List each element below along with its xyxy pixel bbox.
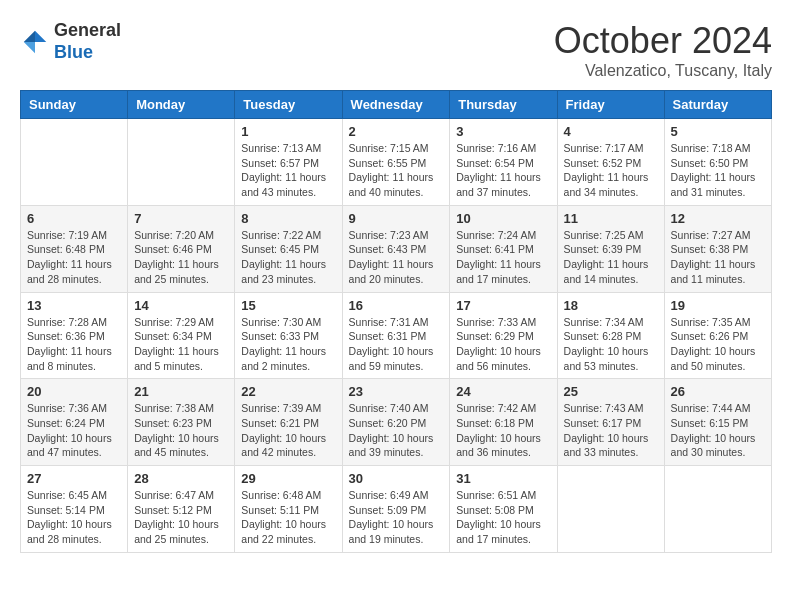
cell-content: Sunrise: 7:23 AMSunset: 6:43 PMDaylight:… [349, 228, 444, 287]
calendar-week-row: 1Sunrise: 7:13 AMSunset: 6:57 PMDaylight… [21, 119, 772, 206]
cell-content: Sunrise: 6:47 AMSunset: 5:12 PMDaylight:… [134, 488, 228, 547]
cell-content: Sunrise: 7:35 AMSunset: 6:26 PMDaylight:… [671, 315, 765, 374]
calendar-cell: 25Sunrise: 7:43 AMSunset: 6:17 PMDayligh… [557, 379, 664, 466]
day-number: 18 [564, 298, 658, 313]
day-number: 4 [564, 124, 658, 139]
day-number: 15 [241, 298, 335, 313]
cell-content: Sunrise: 6:49 AMSunset: 5:09 PMDaylight:… [349, 488, 444, 547]
calendar-cell: 17Sunrise: 7:33 AMSunset: 6:29 PMDayligh… [450, 292, 557, 379]
svg-marker-1 [24, 30, 35, 41]
calendar-cell: 5Sunrise: 7:18 AMSunset: 6:50 PMDaylight… [664, 119, 771, 206]
cell-content: Sunrise: 7:39 AMSunset: 6:21 PMDaylight:… [241, 401, 335, 460]
calendar-week-row: 13Sunrise: 7:28 AMSunset: 6:36 PMDayligh… [21, 292, 772, 379]
cell-content: Sunrise: 7:44 AMSunset: 6:15 PMDaylight:… [671, 401, 765, 460]
calendar-cell: 13Sunrise: 7:28 AMSunset: 6:36 PMDayligh… [21, 292, 128, 379]
cell-content: Sunrise: 7:20 AMSunset: 6:46 PMDaylight:… [134, 228, 228, 287]
day-number: 7 [134, 211, 228, 226]
weekday-header: Friday [557, 91, 664, 119]
weekday-header: Sunday [21, 91, 128, 119]
day-number: 6 [27, 211, 121, 226]
calendar-cell [21, 119, 128, 206]
day-number: 27 [27, 471, 121, 486]
cell-content: Sunrise: 7:22 AMSunset: 6:45 PMDaylight:… [241, 228, 335, 287]
calendar-cell: 24Sunrise: 7:42 AMSunset: 6:18 PMDayligh… [450, 379, 557, 466]
day-number: 20 [27, 384, 121, 399]
day-number: 14 [134, 298, 228, 313]
calendar-cell: 8Sunrise: 7:22 AMSunset: 6:45 PMDaylight… [235, 205, 342, 292]
cell-content: Sunrise: 7:36 AMSunset: 6:24 PMDaylight:… [27, 401, 121, 460]
day-number: 26 [671, 384, 765, 399]
cell-content: Sunrise: 7:16 AMSunset: 6:54 PMDaylight:… [456, 141, 550, 200]
cell-content: Sunrise: 7:34 AMSunset: 6:28 PMDaylight:… [564, 315, 658, 374]
calendar-cell: 26Sunrise: 7:44 AMSunset: 6:15 PMDayligh… [664, 379, 771, 466]
cell-content: Sunrise: 7:38 AMSunset: 6:23 PMDaylight:… [134, 401, 228, 460]
logo-icon [20, 27, 50, 57]
cell-content: Sunrise: 7:29 AMSunset: 6:34 PMDaylight:… [134, 315, 228, 374]
calendar-cell: 11Sunrise: 7:25 AMSunset: 6:39 PMDayligh… [557, 205, 664, 292]
calendar-week-row: 20Sunrise: 7:36 AMSunset: 6:24 PMDayligh… [21, 379, 772, 466]
day-number: 13 [27, 298, 121, 313]
calendar-cell [664, 466, 771, 553]
cell-content: Sunrise: 7:28 AMSunset: 6:36 PMDaylight:… [27, 315, 121, 374]
calendar-cell: 1Sunrise: 7:13 AMSunset: 6:57 PMDaylight… [235, 119, 342, 206]
cell-content: Sunrise: 7:31 AMSunset: 6:31 PMDaylight:… [349, 315, 444, 374]
logo-text: General Blue [54, 20, 121, 63]
calendar-cell: 6Sunrise: 7:19 AMSunset: 6:48 PMDaylight… [21, 205, 128, 292]
cell-content: Sunrise: 6:45 AMSunset: 5:14 PMDaylight:… [27, 488, 121, 547]
cell-content: Sunrise: 7:19 AMSunset: 6:48 PMDaylight:… [27, 228, 121, 287]
weekday-header: Monday [128, 91, 235, 119]
cell-content: Sunrise: 7:33 AMSunset: 6:29 PMDaylight:… [456, 315, 550, 374]
day-number: 11 [564, 211, 658, 226]
month-title: October 2024 [554, 20, 772, 62]
calendar-cell: 20Sunrise: 7:36 AMSunset: 6:24 PMDayligh… [21, 379, 128, 466]
calendar-cell: 30Sunrise: 6:49 AMSunset: 5:09 PMDayligh… [342, 466, 450, 553]
calendar-cell: 29Sunrise: 6:48 AMSunset: 5:11 PMDayligh… [235, 466, 342, 553]
weekday-header-row: SundayMondayTuesdayWednesdayThursdayFrid… [21, 91, 772, 119]
day-number: 31 [456, 471, 550, 486]
day-number: 5 [671, 124, 765, 139]
calendar-table: SundayMondayTuesdayWednesdayThursdayFrid… [20, 90, 772, 553]
calendar-cell: 18Sunrise: 7:34 AMSunset: 6:28 PMDayligh… [557, 292, 664, 379]
day-number: 17 [456, 298, 550, 313]
calendar-cell: 3Sunrise: 7:16 AMSunset: 6:54 PMDaylight… [450, 119, 557, 206]
cell-content: Sunrise: 7:13 AMSunset: 6:57 PMDaylight:… [241, 141, 335, 200]
cell-content: Sunrise: 7:25 AMSunset: 6:39 PMDaylight:… [564, 228, 658, 287]
calendar-cell: 7Sunrise: 7:20 AMSunset: 6:46 PMDaylight… [128, 205, 235, 292]
page-header: General Blue October 2024 Valenzatico, T… [20, 20, 772, 80]
svg-marker-2 [24, 42, 35, 53]
svg-marker-0 [35, 30, 46, 41]
day-number: 25 [564, 384, 658, 399]
weekday-header: Tuesday [235, 91, 342, 119]
day-number: 22 [241, 384, 335, 399]
calendar-cell: 21Sunrise: 7:38 AMSunset: 6:23 PMDayligh… [128, 379, 235, 466]
calendar-cell [557, 466, 664, 553]
cell-content: Sunrise: 7:42 AMSunset: 6:18 PMDaylight:… [456, 401, 550, 460]
day-number: 28 [134, 471, 228, 486]
calendar-cell: 4Sunrise: 7:17 AMSunset: 6:52 PMDaylight… [557, 119, 664, 206]
day-number: 9 [349, 211, 444, 226]
cell-content: Sunrise: 7:17 AMSunset: 6:52 PMDaylight:… [564, 141, 658, 200]
calendar-week-row: 6Sunrise: 7:19 AMSunset: 6:48 PMDaylight… [21, 205, 772, 292]
cell-content: Sunrise: 6:48 AMSunset: 5:11 PMDaylight:… [241, 488, 335, 547]
cell-content: Sunrise: 6:51 AMSunset: 5:08 PMDaylight:… [456, 488, 550, 547]
calendar-cell: 2Sunrise: 7:15 AMSunset: 6:55 PMDaylight… [342, 119, 450, 206]
calendar-cell: 15Sunrise: 7:30 AMSunset: 6:33 PMDayligh… [235, 292, 342, 379]
logo-general: General [54, 20, 121, 40]
calendar-cell: 28Sunrise: 6:47 AMSunset: 5:12 PMDayligh… [128, 466, 235, 553]
day-number: 24 [456, 384, 550, 399]
day-number: 10 [456, 211, 550, 226]
logo: General Blue [20, 20, 121, 63]
cell-content: Sunrise: 7:27 AMSunset: 6:38 PMDaylight:… [671, 228, 765, 287]
day-number: 8 [241, 211, 335, 226]
day-number: 12 [671, 211, 765, 226]
cell-content: Sunrise: 7:18 AMSunset: 6:50 PMDaylight:… [671, 141, 765, 200]
location: Valenzatico, Tuscany, Italy [554, 62, 772, 80]
calendar-cell: 22Sunrise: 7:39 AMSunset: 6:21 PMDayligh… [235, 379, 342, 466]
weekday-header: Wednesday [342, 91, 450, 119]
day-number: 29 [241, 471, 335, 486]
calendar-cell: 10Sunrise: 7:24 AMSunset: 6:41 PMDayligh… [450, 205, 557, 292]
calendar-cell [128, 119, 235, 206]
cell-content: Sunrise: 7:24 AMSunset: 6:41 PMDaylight:… [456, 228, 550, 287]
day-number: 23 [349, 384, 444, 399]
day-number: 1 [241, 124, 335, 139]
